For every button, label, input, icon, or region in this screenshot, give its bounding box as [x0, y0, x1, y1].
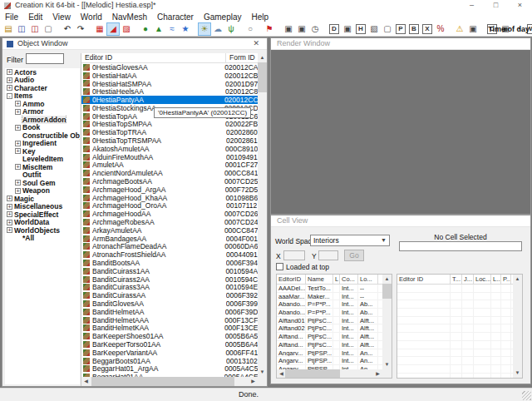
object-list-row[interactable]: BanditCuirassAA0006F392 — [81, 291, 258, 300]
warnings-window-icon[interactable]: ⚠ — [454, 23, 466, 35]
tree-item[interactable]: +Ammo — [5, 100, 80, 108]
refs-column-header[interactable]: Editor ID — [397, 275, 451, 284]
menu-item[interactable]: Gameplay — [199, 12, 247, 22]
havok-sim-icon[interactable]: H — [355, 23, 367, 35]
object-window-close-icon[interactable]: ✕ — [253, 38, 259, 49]
empty-ref-row[interactable] — [397, 300, 514, 309]
refs-column-header[interactable]: T... — [451, 275, 462, 284]
empty-ref-row[interactable] — [397, 357, 514, 365]
tree-item[interactable]: +MiscItem — [5, 163, 80, 171]
render-window-toggle-icon[interactable]: ▣ — [342, 23, 353, 35]
empty-ref-row[interactable] — [397, 317, 514, 325]
x-coordinate-field[interactable] — [283, 250, 305, 260]
tree-expander-icon[interactable]: + — [7, 196, 12, 201]
object-list-row[interactable]: ArmBandagesAA0004F001 — [81, 235, 258, 243]
navmesh-icon[interactable]: ⚑ — [264, 23, 275, 35]
cells-horizontal-scrollbar[interactable]: ◀ ▶ — [277, 369, 382, 378]
refs-vertical-scrollbar[interactable]: ▲ ▼ — [513, 275, 522, 378]
object-list-row[interactable]: ArchmageHood_ArgAA000F72D5 — [81, 186, 258, 194]
tree-expander-icon[interactable]: + — [7, 69, 12, 75]
tree-item[interactable]: ArmorAddon — [5, 116, 80, 124]
tree-expander-icon[interactable]: + — [7, 211, 12, 217]
empty-ref-row[interactable] — [397, 349, 514, 358]
scroll-up-icon[interactable]: ▲ — [513, 275, 522, 284]
object-list-row[interactable]: ArchmageBootsAA0007CD25 — [81, 177, 258, 186]
object-list-horizontal-scrollbar[interactable]: ◀ ▶ — [81, 377, 258, 386]
cells-column-header[interactable]: Name — [306, 275, 333, 284]
resize-grip-icon[interactable] — [522, 391, 531, 400]
layers-window-icon[interactable]: ▣ — [467, 23, 479, 35]
cells-vertical-scrollbar[interactable]: ▲ ▼ — [382, 275, 392, 369]
empty-ref-row[interactable] — [397, 309, 514, 317]
menu-item[interactable]: File — [0, 12, 23, 22]
snap-to-grid-icon[interactable]: ▦ — [94, 23, 106, 35]
object-list-row[interactable]: BarKeeperVariantAA0006FF41 — [81, 349, 258, 357]
object-list-row[interactable]: AtronachFrostShieldAA00044091 — [81, 250, 258, 259]
tree-expander-icon[interactable]: + — [7, 220, 12, 225]
tree-expander-icon[interactable]: + — [7, 204, 12, 210]
object-list-row[interactable]: BeggarHat01_ArgAA0005A4C5 — [81, 364, 258, 373]
tree-item[interactable]: +SpecialEffect — [5, 210, 80, 219]
menu-item[interactable]: Help — [247, 12, 274, 22]
scroll-right-icon[interactable]: ▶ — [249, 377, 258, 386]
object-list-row[interactable]: 0HestiaHatAA020012CB — [81, 72, 258, 80]
cells-column-header[interactable]: Lo... — [358, 275, 378, 284]
scroll-down-icon[interactable]: ▼ — [382, 360, 392, 369]
filtered-dialogue-icon[interactable]: ○ — [244, 23, 256, 35]
PtjPsC...[interactable]: Alftand01PtjPsC...Int...Alft... — [277, 317, 382, 325]
toggle-lights-icon[interactable]: ☀ — [199, 23, 210, 35]
tree-expander-icon[interactable]: + — [15, 148, 21, 154]
tree-item[interactable]: +Armor — [5, 108, 80, 116]
object-list-row[interactable]: 0HestiaPantyAA020012CC — [81, 96, 258, 104]
refs-column-header[interactable]: L... — [491, 275, 501, 284]
save-plugin-icon[interactable]: ◫ — [16, 23, 27, 35]
object-list-row[interactable]: BanditBootsAA0006F394 — [81, 259, 258, 267]
landscape-editing-icon[interactable]: ▲ — [153, 23, 165, 35]
scrollbar-thumb[interactable] — [91, 377, 234, 386]
empty-ref-row[interactable] — [397, 374, 514, 378]
PtjPSP...[interactable]: Angarv...PtjPSP...Int...An... — [277, 349, 382, 358]
object-window-titlebar[interactable]: Object Window ✕ — [2, 38, 267, 50]
tree-item[interactable]: +Ingredient — [5, 140, 80, 148]
tree-item[interactable]: +Weapon — [5, 187, 80, 196]
menu-item[interactable]: World — [76, 12, 107, 22]
batch-window-icon[interactable]: B — [408, 23, 420, 35]
scroll-down-icon[interactable]: ▼ — [258, 368, 267, 377]
object-list-row[interactable]: BanditGlovesAA0006F399 — [81, 300, 258, 308]
scroll-down-icon[interactable]: ▼ — [513, 369, 522, 378]
column-header-editor-id[interactable]: Editor ID — [81, 53, 226, 62]
object-list-row[interactable]: AtronachFlameDeadAA00060DA6 — [81, 243, 258, 251]
refs-column-header[interactable]: P... — [501, 275, 511, 284]
empty-ref-row[interactable] — [397, 285, 514, 293]
tree-item[interactable]: Constructible Object — [5, 131, 80, 140]
object-list-row[interactable]: 0HestiaHatSMPAA02001D97 — [81, 80, 258, 88]
cells-column-header[interactable]: L — [333, 275, 340, 284]
tree-expander-icon[interactable]: - — [7, 93, 12, 99]
minimize-button[interactable]: – — [460, 0, 484, 12]
undo-icon[interactable]: ↶ — [62, 23, 73, 35]
object-list-row[interactable]: 0HestiaTopSMPAA020022FB — [81, 121, 258, 129]
dialogue-window-icon[interactable]: D — [328, 23, 340, 35]
toggle-sky-icon[interactable]: ☁ — [212, 23, 224, 35]
scroll-left-icon[interactable]: ◀ — [81, 377, 91, 386]
open-file-icon[interactable]: ▤ — [2, 23, 14, 35]
world-spaces-icon[interactable]: ● — [140, 23, 151, 35]
object-list-row[interactable]: AncientNordAmuletAA000CC841 — [81, 169, 258, 177]
object-list-row[interactable]: BanditHelmetAA0006F39D — [81, 308, 258, 316]
cells-column-header[interactable]: EditorID — [277, 275, 306, 284]
close-button[interactable]: × — [508, 0, 532, 12]
y-coordinate-field[interactable] — [318, 250, 338, 260]
animations-icon[interactable]: ★ — [180, 23, 191, 35]
selected-cell-field[interactable] — [399, 241, 522, 251]
P=P*P...[interactable]: Abando...P=P*P...Int...Ab... — [277, 309, 382, 317]
multibound-icon[interactable]: X — [421, 23, 433, 35]
menu-item[interactable]: View — [47, 12, 76, 22]
object-list-row[interactable]: ArchmageHood_KhaAA001098B6 — [81, 194, 258, 202]
PtjPsC...[interactable]: Alftand...PtjPsC...Int...Alft... — [277, 341, 382, 349]
tile-windows-icon[interactable]: ▣ — [296, 23, 308, 35]
cell-view-titlebar[interactable]: Cell View — [271, 215, 530, 227]
scroll-right-icon[interactable]: ▶ — [373, 369, 382, 378]
version-control-icon[interactable]: ◫ — [29, 23, 41, 35]
PtjPsC...[interactable]: Alftand02PtjPsC...Int...Alft... — [277, 324, 382, 333]
tree-expander-icon[interactable]: + — [15, 188, 21, 194]
